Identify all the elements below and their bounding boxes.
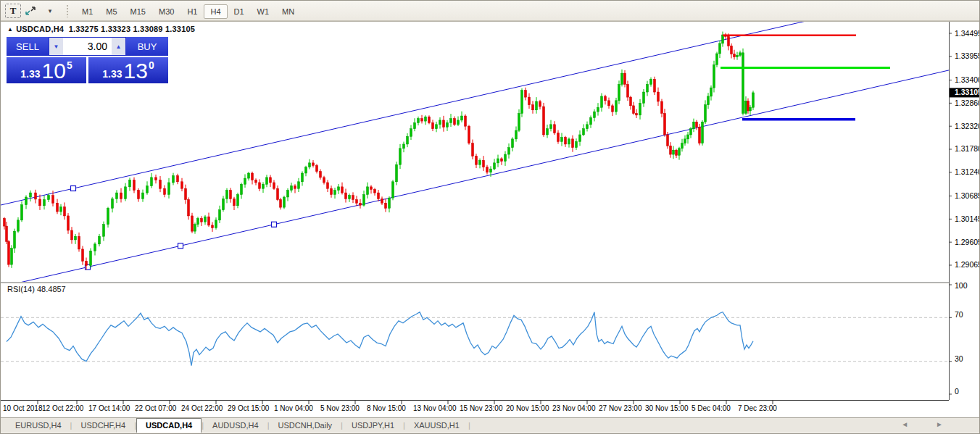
candle (752, 93, 755, 107)
sell-button[interactable]: SELL (7, 37, 49, 56)
channel-handle-2[interactable] (178, 243, 183, 249)
candle (309, 163, 311, 167)
candle (374, 189, 376, 193)
candle (565, 137, 567, 143)
candle (594, 112, 596, 117)
rsi-axis-label: 70 (955, 310, 963, 319)
candle (270, 178, 272, 183)
candle (583, 129, 585, 135)
candle (155, 178, 157, 180)
candle (561, 137, 563, 141)
chart-tab-eurusd[interactable]: EURUSD,H4 (7, 420, 70, 431)
candle (138, 191, 140, 199)
candle (667, 135, 669, 146)
candle (713, 64, 715, 88)
timeframe-button-h4[interactable]: H4 (204, 4, 227, 19)
candle (749, 107, 752, 111)
candle (71, 230, 73, 240)
timeframe-button-mn[interactable]: MN (275, 4, 301, 19)
candle (151, 178, 153, 186)
chart-tab-usdcnh[interactable]: USDCNH,Daily (270, 420, 341, 431)
candle (255, 180, 257, 183)
candle (457, 120, 460, 125)
timeframe-button-m1[interactable]: M1 (75, 4, 99, 19)
candle (99, 236, 101, 244)
tab-scroll-arrows[interactable]: ◄► (901, 420, 971, 428)
candle (142, 193, 144, 199)
candle (112, 199, 114, 208)
ohlc-open: 1.33275 (69, 25, 99, 33)
candle (608, 101, 610, 106)
chart-tab-usdchf[interactable]: USDCHF,H4 (72, 420, 134, 431)
buy-price-panel[interactable]: 1.33 13 0 (88, 57, 168, 83)
candle (676, 150, 678, 155)
candle (512, 139, 514, 148)
timeframe-button-h1[interactable]: H1 (180, 4, 204, 19)
candle (396, 164, 398, 182)
chevron-down-icon[interactable]: ▾ (40, 3, 60, 19)
candle (356, 200, 358, 204)
candle (664, 113, 666, 134)
candle (650, 79, 652, 84)
timeframe-button-m5[interactable]: M5 (99, 4, 123, 19)
candle (107, 208, 109, 224)
tabs-container: EURUSD,H4|USDCHF,H4|USDCAD,H4|AUDUSD,H4|… (7, 421, 470, 430)
volume-field[interactable]: 3.00 (63, 38, 112, 55)
candle (173, 176, 175, 183)
candle (291, 186, 293, 191)
chart-tab-usdcad[interactable]: USDCAD,H4 (136, 418, 202, 433)
candle (543, 107, 545, 135)
volume-decrease-button[interactable]: ▼ (49, 38, 63, 55)
candle (363, 194, 365, 205)
current-price-tag-text: 1.33105 (955, 88, 980, 96)
tab-scroll-left-icon[interactable]: ◄ (901, 420, 936, 428)
candle (747, 101, 749, 111)
candle (48, 196, 50, 200)
candle (494, 163, 496, 169)
channel-handle-0[interactable] (71, 185, 76, 191)
text-tool-icon[interactable]: T (5, 4, 21, 18)
buy-button[interactable]: BUY (126, 37, 168, 56)
timeframe-button-m30[interactable]: M30 (152, 4, 180, 19)
candle (312, 163, 315, 166)
candle (693, 122, 695, 128)
timeframe-button-m15[interactable]: M15 (124, 4, 152, 19)
buy-price-big: 13 (124, 60, 148, 82)
price-axis-label: 1.29605 (955, 238, 980, 246)
timeframe-button-w1[interactable]: W1 (251, 4, 276, 19)
price-axis-label: 1.34495 (955, 29, 980, 38)
timeframe-button-d1[interactable]: D1 (228, 4, 251, 19)
sell-price-panel[interactable]: 1.33 10 5 (7, 57, 86, 83)
candle (352, 196, 354, 200)
price-axis-label: 1.33400 (955, 75, 980, 84)
chart-tab-audusd[interactable]: AUDUSD,H4 (204, 420, 267, 431)
candle (568, 139, 570, 144)
candle (280, 200, 282, 208)
chart-tab-xauusd[interactable]: XAUUSD,H1 (405, 420, 468, 431)
time-axis-label: 20 Nov 15:00 (506, 404, 549, 412)
candle (43, 200, 46, 206)
symbol-name: USDCAD,H4 (16, 25, 64, 33)
volume-increase-button[interactable]: ▲ (112, 38, 125, 55)
one-click-trade-widget: SELL ▼ 3.00 ▲ BUY 1.33 10 5 1.33 13 0 (7, 37, 168, 83)
collapse-triangle-icon[interactable]: ▲ (7, 26, 13, 33)
candle (248, 173, 250, 178)
candle (320, 172, 322, 178)
candle (230, 191, 232, 199)
candle (410, 129, 412, 137)
candle (557, 133, 560, 142)
candle (447, 122, 449, 127)
channel-handle-3[interactable] (272, 222, 277, 227)
time-axis-label: 15 Nov 23:00 (460, 404, 503, 412)
sell-price-small: 1.33 (20, 68, 40, 80)
rsi-axis-label: 30 (955, 354, 963, 363)
chart-tab-usdjpy[interactable]: USDJPY,H1 (343, 420, 403, 431)
tab-scroll-right-icon[interactable]: ► (936, 420, 971, 428)
time-axis-label: 12 Oct 22:00 (42, 404, 84, 412)
candle (277, 188, 279, 199)
cycle-arrows-icon[interactable] (22, 3, 38, 19)
candle (670, 146, 672, 154)
candle (204, 217, 207, 222)
candle (739, 53, 742, 56)
candle (479, 160, 481, 164)
